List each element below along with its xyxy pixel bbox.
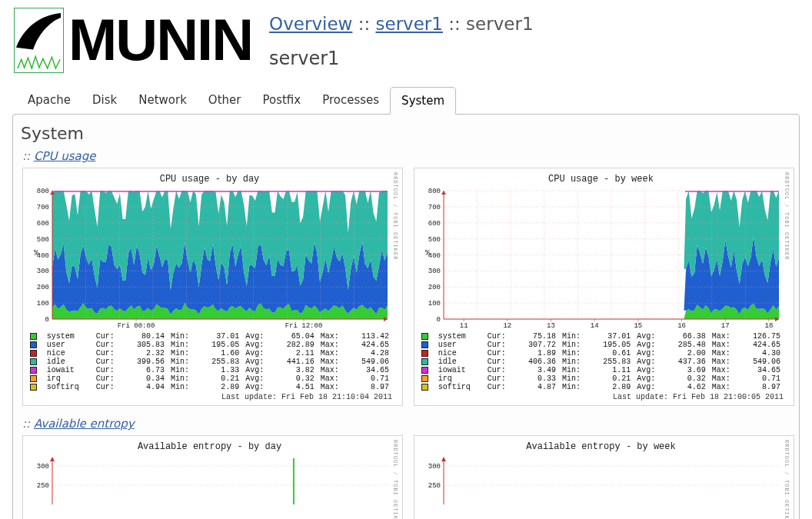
svg-text:14: 14 [591, 322, 599, 330]
logo-text: MUNIN [68, 14, 252, 66]
section-title: :: CPU usage [22, 149, 791, 163]
legend-row: iowait Cur:6.73 Min:1.33 Avg:3.82 Max:34… [27, 366, 392, 374]
svg-text:%: % [34, 249, 38, 258]
svg-text:250: 250 [37, 482, 49, 490]
tab-processes[interactable]: Processes [311, 87, 390, 115]
chart-holder[interactable]: Available entropy - by week250300RRDTOOL… [414, 435, 794, 519]
svg-text:0: 0 [45, 316, 49, 324]
legend-table: system Cur:80.14 Min:37.01 Avg:65.04 Max… [27, 332, 392, 391]
svg-text:100: 100 [428, 300, 441, 308]
update-timestamp: Last update: Fri Feb 18 21:00:05 2011 [418, 393, 784, 401]
chart-title: CPU usage - by day [27, 174, 392, 185]
tab-apache[interactable]: Apache [17, 87, 82, 115]
chart-holder[interactable]: CPU usage - by week010020030040050060070… [414, 168, 794, 406]
update-timestamp: Last update: Fri Feb 18 21:10:04 2011 [27, 393, 392, 401]
section-title: :: Available entropy [22, 417, 791, 431]
cpu-chart-row: CPU usage - by day0100200300400500600700… [22, 168, 790, 406]
tab-network[interactable]: Network [128, 87, 198, 115]
tab-disk[interactable]: Disk [82, 87, 128, 115]
svg-text:600: 600 [428, 220, 441, 228]
cpu_day-plot: 0100200300400500600700800Fri 00:00Fri 12… [27, 188, 392, 330]
chart-holder[interactable]: Available entropy - by day250300RRDTOOL … [22, 435, 403, 519]
svg-text:16: 16 [677, 322, 686, 330]
svg-text:500: 500 [428, 236, 441, 244]
svg-text:11: 11 [460, 322, 468, 330]
svg-marker-92 [50, 457, 55, 461]
legend-row: softirq Cur:4.94 Min:2.89 Avg:4.51 Max:8… [27, 383, 392, 391]
chart-holder[interactable]: CPU usage - by day0100200300400500600700… [22, 168, 403, 406]
panel-heading: System [21, 124, 791, 143]
legend-row: system Cur:80.14 Min:37.01 Avg:65.04 Max… [27, 332, 392, 341]
rrdtool-label: RRDTOOL / TOBI OETIKER [784, 440, 790, 519]
legend-row: iowait Cur:3.49 Min:1.11 Avg:3.69 Max:34… [418, 366, 784, 374]
svg-text:13: 13 [547, 322, 555, 330]
svg-text:300: 300 [37, 463, 49, 471]
svg-text:200: 200 [37, 284, 49, 291]
page-header: MUNIN Overview :: server1 :: server1 ser… [0, 0, 812, 73]
breadcrumb-host: server1 [466, 14, 533, 34]
svg-text:700: 700 [428, 204, 441, 211]
chart-title: Available entropy - by week [418, 441, 784, 452]
logo: MUNIN [14, 8, 252, 73]
entropy_day-plot: 250300 [27, 455, 392, 507]
cpu_week-plot: 0100200300400500600700800111213141516171… [418, 188, 784, 330]
svg-text:%: % [425, 249, 430, 258]
legend-row: user Cur:307.72 Min:195.05 Avg:285.48 Ma… [418, 341, 784, 349]
svg-text:500: 500 [37, 236, 49, 244]
svg-text:800: 800 [37, 188, 49, 195]
tab-system[interactable]: System [390, 87, 456, 115]
svg-text:600: 600 [37, 220, 49, 228]
svg-text:400: 400 [37, 252, 49, 260]
svg-text:17: 17 [721, 322, 730, 330]
page-subtitle: server1 [269, 48, 533, 69]
svg-text:300: 300 [37, 268, 49, 275]
legend-row: nice Cur:1.89 Min:0.61 Avg:2.00 Max:4.30 [418, 349, 784, 358]
rrdtool-label: RRDTOOL / TOBI OETIKER [392, 440, 398, 519]
svg-text:700: 700 [37, 204, 49, 211]
breadcrumb: Overview :: server1 :: server1 server1 [252, 8, 533, 69]
legend-row: idle Cur:406.36 Min:255.83 Avg:437.36 Ma… [418, 358, 784, 366]
svg-text:300: 300 [428, 268, 441, 275]
rrdtool-label: RRDTOOL / TOBI OETIKER [784, 172, 790, 401]
svg-text:300: 300 [428, 463, 441, 471]
svg-text:100: 100 [37, 300, 49, 308]
svg-text:400: 400 [428, 252, 441, 260]
legend-row: user Cur:305.83 Min:195.05 Avg:282.89 Ma… [27, 341, 392, 349]
chart-title: CPU usage - by week [418, 174, 784, 185]
legend-row: nice Cur:2.32 Min:1.60 Avg:2.11 Max:4.28 [27, 349, 392, 358]
entropy-chart-row: Available entropy - by day250300RRDTOOL … [22, 435, 790, 519]
tab-other[interactable]: Other [198, 87, 252, 115]
breadcrumb-sep: :: [358, 14, 371, 34]
breadcrumb-group-link[interactable]: server1 [376, 14, 443, 34]
legend-row: irq Cur:0.34 Min:0.21 Avg:0.32 Max:0.71 [27, 374, 392, 383]
category-tabs: ApacheDiskNetworkOtherPostfixProcessesSy… [0, 73, 812, 115]
svg-text:15: 15 [634, 322, 642, 330]
legend-row: idle Cur:399.56 Min:255.83 Avg:441.16 Ma… [27, 358, 392, 366]
rrdtool-label: RRDTOOL / TOBI OETIKER [392, 172, 398, 401]
svg-text:250: 250 [428, 482, 441, 490]
svg-text:800: 800 [428, 188, 441, 195]
legend-row: softirq Cur:4.87 Min:2.89 Avg:4.62 Max:8… [418, 383, 784, 391]
svg-text:18: 18 [765, 322, 774, 330]
svg-text:Fri 12:00: Fri 12:00 [285, 322, 323, 330]
breadcrumb-sep: :: [448, 14, 461, 34]
entropy-link[interactable]: Available entropy [34, 417, 135, 431]
svg-text:12: 12 [503, 322, 511, 330]
svg-text:Fri 00:00: Fri 00:00 [118, 322, 155, 330]
legend-row: irq Cur:0.33 Min:0.21 Avg:0.32 Max:0.71 [418, 374, 784, 383]
munin-raven-icon [14, 8, 64, 73]
svg-marker-86 [441, 191, 446, 195]
svg-marker-99 [441, 457, 446, 461]
svg-text:200: 200 [428, 284, 441, 291]
breadcrumb-overview-link[interactable]: Overview [269, 14, 352, 34]
system-panel: System :: CPU usage CPU usage - by day01… [12, 114, 800, 519]
tab-postfix[interactable]: Postfix [251, 87, 311, 115]
entropy_week-plot: 250300 [418, 455, 784, 507]
legend-row: system Cur:75.18 Min:37.01 Avg:66.38 Max… [418, 332, 784, 341]
cpu-usage-link[interactable]: CPU usage [34, 149, 96, 163]
chart-title: Available entropy - by day [27, 441, 392, 452]
svg-text:0: 0 [437, 316, 441, 324]
legend-table: system Cur:75.18 Min:37.01 Avg:66.38 Max… [418, 332, 784, 391]
